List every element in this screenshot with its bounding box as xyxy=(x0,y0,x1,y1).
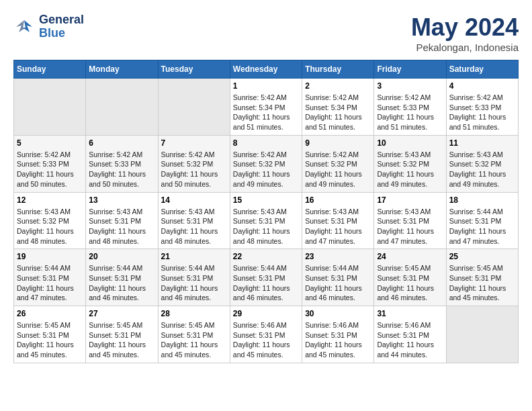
page-header: General Blue May 2024 Pekalongan, Indone… xyxy=(13,13,519,53)
calendar-cell: 17Sunrise: 5:43 AMSunset: 5:31 PMDayligh… xyxy=(374,192,446,249)
calendar-cell: 26Sunrise: 5:45 AMSunset: 5:31 PMDayligh… xyxy=(14,306,86,363)
day-info: Sunrise: 5:42 AMSunset: 5:33 PMDaylight:… xyxy=(17,150,83,189)
day-info: Sunrise: 5:45 AMSunset: 5:31 PMDaylight:… xyxy=(161,320,227,360)
day-header-saturday: Saturday xyxy=(446,60,518,79)
day-number: 22 xyxy=(233,252,299,261)
day-info: Sunrise: 5:46 AMSunset: 5:31 PMDaylight:… xyxy=(377,320,443,360)
day-number: 24 xyxy=(377,252,443,261)
day-info: Sunrise: 5:42 AMSunset: 5:32 PMDaylight:… xyxy=(161,150,227,189)
calendar-cell: 29Sunrise: 5:46 AMSunset: 5:31 PMDayligh… xyxy=(230,306,302,363)
calendar-cell xyxy=(14,79,86,136)
day-number: 11 xyxy=(449,138,515,148)
day-info: Sunrise: 5:43 AMSunset: 5:31 PMDaylight:… xyxy=(377,207,443,246)
day-number: 18 xyxy=(449,195,515,205)
day-info: Sunrise: 5:45 AMSunset: 5:31 PMDaylight:… xyxy=(89,320,154,360)
calendar-week-row: 26Sunrise: 5:45 AMSunset: 5:31 PMDayligh… xyxy=(14,306,519,363)
day-number: 19 xyxy=(17,252,83,261)
logo-icon xyxy=(13,17,35,36)
day-number: 14 xyxy=(161,195,227,205)
day-number: 10 xyxy=(377,138,443,148)
calendar-cell: 10Sunrise: 5:43 AMSunset: 5:32 PMDayligh… xyxy=(374,135,446,192)
day-info: Sunrise: 5:44 AMSunset: 5:31 PMDaylight:… xyxy=(89,263,154,303)
title-block: May 2024 Pekalongan, Indonesia xyxy=(411,13,519,53)
calendar-cell: 11Sunrise: 5:43 AMSunset: 5:32 PMDayligh… xyxy=(446,135,518,192)
day-number: 7 xyxy=(161,138,227,148)
day-number: 2 xyxy=(305,81,371,91)
day-number: 29 xyxy=(233,309,299,318)
calendar-cell: 3Sunrise: 5:42 AMSunset: 5:33 PMDaylight… xyxy=(374,79,446,136)
day-number: 21 xyxy=(161,252,227,261)
calendar-table: SundayMondayTuesdayWednesdayThursdayFrid… xyxy=(13,60,519,363)
day-number: 20 xyxy=(89,252,154,261)
day-info: Sunrise: 5:43 AMSunset: 5:31 PMDaylight:… xyxy=(89,207,154,246)
day-info: Sunrise: 5:44 AMSunset: 5:31 PMDaylight:… xyxy=(233,263,299,303)
calendar-header-row: SundayMondayTuesdayWednesdayThursdayFrid… xyxy=(14,60,519,79)
calendar-cell: 14Sunrise: 5:43 AMSunset: 5:31 PMDayligh… xyxy=(158,192,230,249)
day-header-tuesday: Tuesday xyxy=(158,60,230,79)
day-info: Sunrise: 5:45 AMSunset: 5:31 PMDaylight:… xyxy=(449,263,515,303)
day-info: Sunrise: 5:46 AMSunset: 5:31 PMDaylight:… xyxy=(305,320,371,360)
day-info: Sunrise: 5:42 AMSunset: 5:32 PMDaylight:… xyxy=(305,150,371,189)
day-number: 5 xyxy=(17,138,83,148)
day-header-monday: Monday xyxy=(86,60,158,79)
calendar-week-row: 1Sunrise: 5:42 AMSunset: 5:34 PMDaylight… xyxy=(14,79,519,136)
day-info: Sunrise: 5:42 AMSunset: 5:34 PMDaylight:… xyxy=(233,93,299,132)
day-number: 15 xyxy=(233,195,299,205)
day-number: 12 xyxy=(17,195,83,205)
day-info: Sunrise: 5:43 AMSunset: 5:32 PMDaylight:… xyxy=(17,207,83,246)
day-info: Sunrise: 5:44 AMSunset: 5:31 PMDaylight:… xyxy=(305,263,371,303)
day-info: Sunrise: 5:44 AMSunset: 5:31 PMDaylight:… xyxy=(17,263,83,303)
calendar-cell xyxy=(158,79,230,136)
calendar-cell: 31Sunrise: 5:46 AMSunset: 5:31 PMDayligh… xyxy=(374,306,446,363)
day-header-wednesday: Wednesday xyxy=(230,60,302,79)
calendar-cell: 16Sunrise: 5:43 AMSunset: 5:31 PMDayligh… xyxy=(302,192,374,249)
day-info: Sunrise: 5:43 AMSunset: 5:32 PMDaylight:… xyxy=(449,150,515,189)
calendar-cell: 23Sunrise: 5:44 AMSunset: 5:31 PMDayligh… xyxy=(302,249,374,306)
day-number: 3 xyxy=(377,81,443,91)
month-title: May 2024 xyxy=(411,13,519,42)
calendar-cell: 7Sunrise: 5:42 AMSunset: 5:32 PMDaylight… xyxy=(158,135,230,192)
day-number: 9 xyxy=(305,138,371,148)
day-number: 26 xyxy=(17,309,83,318)
day-info: Sunrise: 5:44 AMSunset: 5:31 PMDaylight:… xyxy=(161,263,227,303)
day-number: 23 xyxy=(305,252,371,261)
day-header-thursday: Thursday xyxy=(302,60,374,79)
logo-text: General Blue xyxy=(39,13,84,40)
day-info: Sunrise: 5:45 AMSunset: 5:31 PMDaylight:… xyxy=(17,320,83,360)
day-number: 16 xyxy=(305,195,371,205)
calendar-cell: 5Sunrise: 5:42 AMSunset: 5:33 PMDaylight… xyxy=(14,135,86,192)
location: Pekalongan, Indonesia xyxy=(411,42,519,53)
calendar-cell: 28Sunrise: 5:45 AMSunset: 5:31 PMDayligh… xyxy=(158,306,230,363)
day-number: 25 xyxy=(449,252,515,261)
day-number: 31 xyxy=(377,309,443,318)
day-header-sunday: Sunday xyxy=(14,60,86,79)
calendar-cell: 19Sunrise: 5:44 AMSunset: 5:31 PMDayligh… xyxy=(14,249,86,306)
calendar-cell: 18Sunrise: 5:44 AMSunset: 5:31 PMDayligh… xyxy=(446,192,518,249)
day-info: Sunrise: 5:42 AMSunset: 5:33 PMDaylight:… xyxy=(89,150,154,189)
day-number: 1 xyxy=(233,81,299,91)
day-number: 17 xyxy=(377,195,443,205)
day-info: Sunrise: 5:43 AMSunset: 5:31 PMDaylight:… xyxy=(305,207,371,246)
calendar-cell: 1Sunrise: 5:42 AMSunset: 5:34 PMDaylight… xyxy=(230,79,302,136)
day-info: Sunrise: 5:42 AMSunset: 5:32 PMDaylight:… xyxy=(233,150,299,189)
day-number: 4 xyxy=(449,81,515,91)
day-number: 27 xyxy=(89,309,154,318)
calendar-cell: 25Sunrise: 5:45 AMSunset: 5:31 PMDayligh… xyxy=(446,249,518,306)
day-info: Sunrise: 5:43 AMSunset: 5:31 PMDaylight:… xyxy=(233,207,299,246)
calendar-cell: 4Sunrise: 5:42 AMSunset: 5:33 PMDaylight… xyxy=(446,79,518,136)
day-number: 6 xyxy=(89,138,154,148)
calendar-cell: 22Sunrise: 5:44 AMSunset: 5:31 PMDayligh… xyxy=(230,249,302,306)
calendar-cell xyxy=(86,79,158,136)
day-number: 28 xyxy=(161,309,227,318)
day-info: Sunrise: 5:46 AMSunset: 5:31 PMDaylight:… xyxy=(233,320,299,360)
day-number: 13 xyxy=(89,195,154,205)
calendar-week-row: 5Sunrise: 5:42 AMSunset: 5:33 PMDaylight… xyxy=(14,135,519,192)
calendar-cell: 30Sunrise: 5:46 AMSunset: 5:31 PMDayligh… xyxy=(302,306,374,363)
calendar-cell: 12Sunrise: 5:43 AMSunset: 5:32 PMDayligh… xyxy=(14,192,86,249)
calendar-cell: 20Sunrise: 5:44 AMSunset: 5:31 PMDayligh… xyxy=(86,249,158,306)
day-header-friday: Friday xyxy=(374,60,446,79)
day-info: Sunrise: 5:44 AMSunset: 5:31 PMDaylight:… xyxy=(449,207,515,246)
calendar-cell: 24Sunrise: 5:45 AMSunset: 5:31 PMDayligh… xyxy=(374,249,446,306)
calendar-cell: 8Sunrise: 5:42 AMSunset: 5:32 PMDaylight… xyxy=(230,135,302,192)
calendar-cell: 6Sunrise: 5:42 AMSunset: 5:33 PMDaylight… xyxy=(86,135,158,192)
